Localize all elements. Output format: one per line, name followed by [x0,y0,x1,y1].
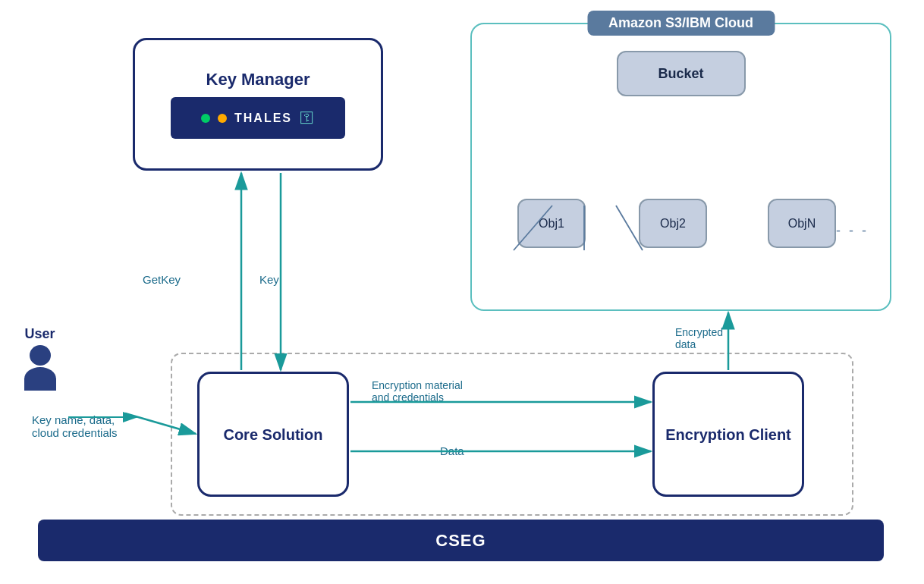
getkey-label: GetKey [143,273,181,286]
core-solution-title: Core Solution [223,425,322,444]
user-label: User [24,326,55,342]
core-solution-box: Core Solution [197,372,349,497]
thales-led-green [201,114,210,123]
encryption-client-box: Encryption Client [652,372,804,497]
key-manager-title: Key Manager [206,70,310,89]
data-label: Data [440,444,464,457]
user-body [24,367,56,391]
thales-device: THALES ⚿ [171,97,345,139]
diagram-container: Amazon S3/IBM Cloud Bucket Obj1 Obj2 Obj… [0,0,924,584]
thales-key-icon: ⚿ [300,109,315,127]
encrypted-data-label: Encrypteddata [675,326,723,350]
bucket-label: Bucket [658,66,703,82]
user-head [30,345,51,366]
aws-cloud-box: Amazon S3/IBM Cloud Bucket Obj1 Obj2 Obj… [470,23,891,311]
key-manager-box: Key Manager THALES ⚿ [133,38,383,171]
obj1-box: Obj1 [517,199,586,248]
thales-led-orange [218,114,227,123]
thales-text: THALES [234,111,292,125]
enc-client-title: Encryption Client [665,425,791,444]
user-section: User [23,326,57,391]
objn-label: ObjN [788,217,816,231]
cseg-title: CSEG [435,531,486,551]
objn-box: ObjN [768,199,836,248]
key-name-label: Key name, data,cloud credentials [32,413,118,439]
obj1-label: Obj1 [539,217,564,231]
dashed-connector: - - - [836,223,869,239]
bucket-box: Bucket [617,51,746,96]
key-label: Key [259,273,279,286]
obj2-label: Obj2 [660,217,686,231]
enc-material-label: Encryption materialand credentials [372,379,463,403]
user-icon [23,345,57,391]
cseg-bar: CSEG [38,520,884,561]
obj2-box: Obj2 [639,199,707,248]
